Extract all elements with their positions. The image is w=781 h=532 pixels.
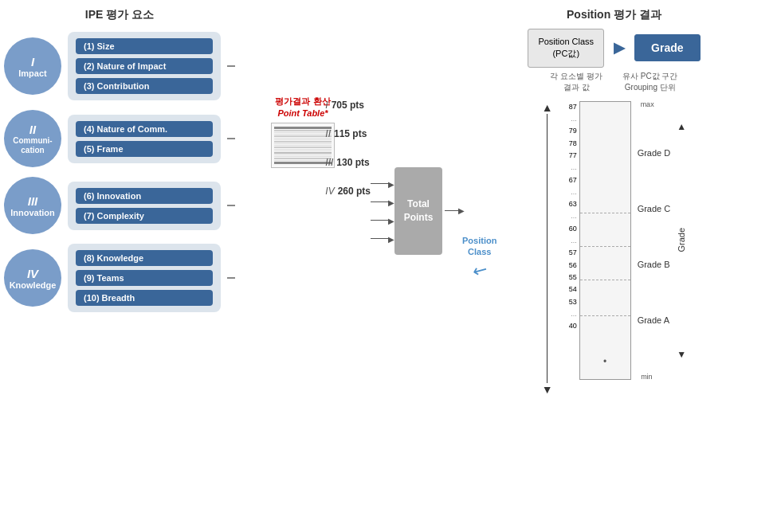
- numbers-column: 87 ... 79 78 77 ... 67 ... 63 ... 60 ...…: [557, 101, 577, 333]
- connector-comm: [227, 138, 235, 139]
- sub-text-right: 유사 PC값 구간Grouping 단위: [622, 71, 677, 93]
- right-title: Position 평가 결과: [567, 8, 661, 22]
- arrows-to-total: ▶ ▶ ▶ ▶: [371, 183, 390, 239]
- circle-comm: II Communi-cation: [4, 110, 61, 167]
- left-title: IPE 평가 요소: [85, 8, 154, 22]
- pts-III: III 130 pts: [325, 157, 369, 168]
- items-group-knowledge: (8) Knowledge (9) Teams (10) Breadth: [68, 244, 221, 312]
- right-arrow: ▲ Grade ▼: [677, 121, 686, 360]
- position-class-label: PositionClass: [462, 235, 496, 258]
- items-group-impact: (1) Size (2) Nature of Impact (3) Contri…: [68, 32, 221, 100]
- position-class-arrow-icon: ↙: [468, 257, 491, 283]
- grade-labels: Grade D Grade C Grade B Grade A: [638, 101, 671, 380]
- main-diagram: IPE 평가 요소 I Impact (1) Size (2) Nature o…: [0, 0, 765, 518]
- pts-IV: IV 260 pts: [325, 186, 371, 197]
- item-frame: (5) Frame: [76, 141, 213, 157]
- item-size: (1) Size: [76, 38, 213, 54]
- pts-I: I 705 pts: [325, 100, 364, 111]
- total-points-box: TotalPoints: [394, 167, 442, 255]
- connector-innovation: [227, 205, 235, 206]
- pts-II: II 115 pts: [325, 128, 367, 139]
- category-row-impact: I Impact (1) Size (2) Nature of Impact (…: [4, 32, 235, 100]
- grade-chart: ▲ ▼ 87 ... 79 78 77 ... 67 ... 63 ... 60…: [542, 101, 686, 396]
- item-innovation: (6) Innovation: [76, 188, 213, 204]
- point-table-label: 평가결과 환산Point Table*: [275, 96, 330, 120]
- category-row-knowledge: IV Knowledge (8) Knowledge (9) Teams (10…: [4, 244, 235, 312]
- grade-box: Grade: [634, 34, 700, 61]
- items-group-comm: (4) Nature of Comm. (5) Frame: [68, 115, 221, 163]
- sub-texts: 각 요소별 평가결과 값 유사 PC값 구간Grouping 단위: [550, 71, 677, 93]
- arrow-to-grade: ▶: [614, 39, 625, 57]
- top-boxes: Position Class(PC값) ▶ Grade: [528, 29, 700, 68]
- item-contribution: (3) Contribution: [76, 78, 213, 94]
- item-complexity: (7) Complexity: [76, 208, 213, 224]
- items-group-innovation: (6) Innovation (7) Complexity: [68, 182, 221, 230]
- category-row-comm: II Communi-cation (4) Nature of Comm. (5…: [4, 110, 235, 167]
- category-row-innovation: III Innovation (6) Innovation (7) Comple…: [4, 177, 235, 234]
- position-class-box: Position Class(PC값): [528, 29, 604, 68]
- position-class-section: PositionClass ↙: [462, 235, 496, 280]
- left-arrow: ▲ ▼: [542, 101, 553, 396]
- item-nature-impact: (2) Nature of Impact: [76, 58, 213, 74]
- pts-section: I 705 pts II 115 pts III 130 pts IV 260 …: [325, 100, 371, 197]
- circle-impact: I Impact: [4, 37, 61, 95]
- circle-innovation: III Innovation: [4, 177, 61, 234]
- item-nature-comm: (4) Nature of Comm.: [76, 121, 213, 137]
- connector-knowledge: [227, 277, 235, 279]
- roman-I: I: [31, 55, 34, 68]
- circle-knowledge: IV Knowledge: [4, 249, 61, 307]
- grade-rect: max min •: [579, 101, 631, 380]
- arrow-after-total: ▶: [445, 210, 461, 211]
- item-breadth: (10) Breadth: [76, 290, 213, 306]
- sub-text-left: 각 요소별 평가결과 값: [550, 71, 602, 93]
- connector-impact: [227, 65, 235, 67]
- item-knowledge: (8) Knowledge: [76, 250, 213, 266]
- item-teams: (9) Teams: [76, 270, 213, 286]
